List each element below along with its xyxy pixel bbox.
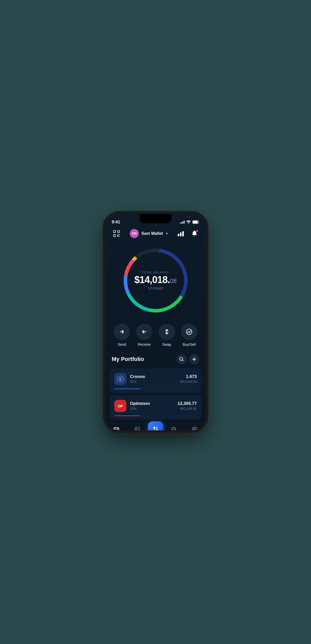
buysell-icon-circle: $ xyxy=(181,324,197,340)
web3-nav-icon xyxy=(171,426,177,430)
swap-center-icon xyxy=(152,425,159,430)
balance-main: $14,018. xyxy=(134,275,170,285)
chevron-down-icon: ▾ xyxy=(166,232,168,235)
optimism-progress-bar xyxy=(114,416,197,416)
swap-button[interactable]: Swap xyxy=(159,324,175,346)
cronos-name: Cronos xyxy=(130,374,177,379)
status-icons xyxy=(180,220,199,224)
donut-chart: TOTAL BALANCE $14,018. 08 12 Assets xyxy=(120,245,191,316)
optimism-info: Optimism 31% xyxy=(130,401,174,410)
svg-point-25 xyxy=(171,427,176,430)
asset-card-optimism[interactable]: OP Optimism 31% 12,305.77 $42,149.56 xyxy=(110,395,201,420)
header-actions xyxy=(176,229,199,238)
optimism-pct: 31% xyxy=(130,407,174,410)
wallet-selector[interactable]: SW Sam Wallet ▾ xyxy=(130,229,168,238)
buysell-label: Buy/Sell xyxy=(183,342,195,346)
svg-rect-3 xyxy=(118,230,120,233)
action-buttons: Send Receive Swap xyxy=(106,321,205,354)
status-time: 9:41 xyxy=(112,220,120,225)
send-icon-circle xyxy=(114,324,130,340)
battery-icon xyxy=(192,220,199,224)
assets-count: 12 Assets xyxy=(134,286,177,290)
svg-point-26 xyxy=(173,427,175,430)
cronos-amount: 1.673 xyxy=(180,374,197,379)
balance-chart: TOTAL BALANCE $14,018. 08 12 Assets xyxy=(106,242,205,321)
portfolio-header: My Portfolio xyxy=(110,354,201,368)
bottom-navigation: Wallet NFTs xyxy=(106,424,205,430)
optimism-progress-fill xyxy=(114,416,140,416)
nav-more[interactable]: More xyxy=(184,426,205,430)
svg-text:$: $ xyxy=(188,330,190,334)
more-nav-icon xyxy=(192,426,198,430)
balance-display: TOTAL BALANCE $14,018. 08 12 Assets xyxy=(134,271,177,290)
phone-frame: 9:41 xyxy=(106,214,205,430)
send-button[interactable]: Send xyxy=(114,324,130,346)
nav-web3[interactable]: Web3 xyxy=(163,426,184,430)
portfolio-section: My Portfolio xyxy=(106,354,205,420)
svg-rect-2 xyxy=(113,230,116,233)
svg-rect-30 xyxy=(195,430,197,430)
portfolio-search-button[interactable] xyxy=(176,354,187,364)
send-label: Send xyxy=(118,342,126,346)
cronos-progress-bar xyxy=(114,389,197,389)
svg-rect-27 xyxy=(192,427,194,429)
nav-nfts[interactable]: NFTs xyxy=(127,426,148,430)
optimism-values: 12,305.77 $42,149.56 xyxy=(177,401,197,410)
swap-label: Swap xyxy=(162,342,171,346)
nav-wallet[interactable]: Wallet xyxy=(106,426,127,430)
receive-icon-circle xyxy=(136,324,152,340)
optimism-name: Optimism xyxy=(130,401,174,406)
svg-rect-6 xyxy=(180,233,182,236)
svg-rect-7 xyxy=(182,231,184,236)
svg-text:OP: OP xyxy=(118,404,123,408)
nav-center-action[interactable] xyxy=(148,426,163,430)
scan-button[interactable] xyxy=(112,229,121,238)
portfolio-title: My Portfolio xyxy=(112,356,144,362)
svg-rect-1 xyxy=(193,221,198,223)
optimism-icon: OP xyxy=(114,400,126,412)
signal-bars-icon xyxy=(180,221,185,224)
receive-label: Receive xyxy=(138,342,151,346)
optimism-amount: 12,305.77 xyxy=(177,401,197,406)
svg-rect-28 xyxy=(195,427,197,429)
svg-rect-4 xyxy=(113,235,116,237)
asset-card-cronos[interactable]: C Cronos 32% 1.673 $43,023.34 xyxy=(110,368,201,393)
cronos-pct: 32% xyxy=(130,380,177,384)
asset-row: C Cronos 32% 1.673 $43,023.34 xyxy=(114,373,197,385)
wallet-nav-icon xyxy=(113,426,119,430)
cronos-icon: C xyxy=(114,373,126,385)
notification-badge xyxy=(196,230,198,232)
receive-button[interactable]: Receive xyxy=(136,324,152,346)
wifi-icon xyxy=(186,220,191,224)
header: SW Sam Wallet ▾ xyxy=(106,227,205,242)
notification-button[interactable] xyxy=(190,229,199,238)
svg-text:C: C xyxy=(119,377,122,381)
balance-label: TOTAL BALANCE xyxy=(134,271,177,274)
svg-rect-29 xyxy=(192,430,194,430)
chart-button[interactable] xyxy=(176,229,186,238)
swap-icon-circle xyxy=(159,324,175,340)
wallet-name: Sam Wallet xyxy=(141,231,163,236)
portfolio-actions xyxy=(176,354,199,364)
avatar: SW xyxy=(130,229,139,238)
cronos-usd: $43,023.34 xyxy=(180,380,197,384)
cronos-info: Cronos 32% xyxy=(130,374,177,384)
phone-screen: 9:41 xyxy=(106,214,205,430)
cronos-progress-fill xyxy=(114,389,141,389)
notch xyxy=(140,214,172,223)
asset-row: OP Optimism 31% 12,305.77 $42,149.56 xyxy=(114,400,197,412)
balance-cents: 08 xyxy=(170,277,177,285)
center-action-button[interactable] xyxy=(148,421,163,430)
buysell-button[interactable]: $ Buy/Sell xyxy=(181,324,197,346)
nfts-nav-icon xyxy=(134,426,140,430)
svg-rect-5 xyxy=(178,234,179,236)
cronos-values: 1.673 $43,023.34 xyxy=(180,374,197,384)
portfolio-add-button[interactable] xyxy=(189,354,199,364)
optimism-usd: $42,149.56 xyxy=(177,407,197,410)
